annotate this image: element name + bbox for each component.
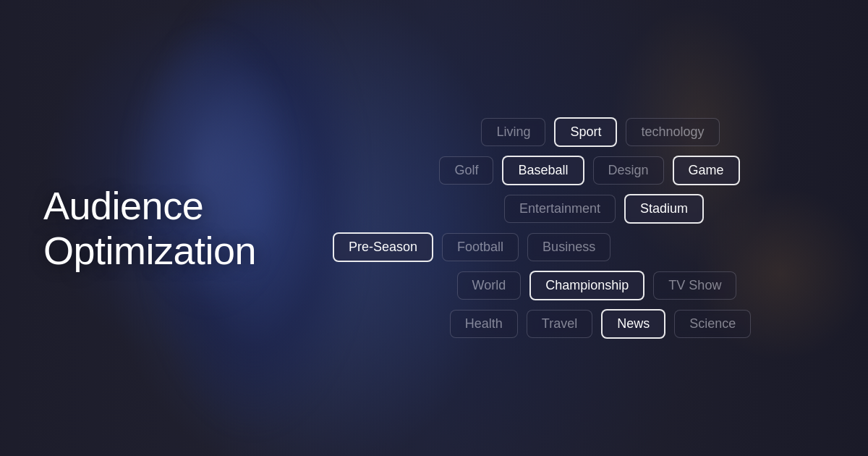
tag-travel[interactable]: Travel (527, 310, 592, 338)
tag-health[interactable]: Health (450, 310, 518, 338)
tag-business[interactable]: Business (527, 233, 610, 261)
tag-row-2: Golf Baseball Design Game (340, 156, 839, 185)
tag-row-4: Pre-Season Football Business (333, 232, 839, 262)
title-line2: Optimization (43, 229, 256, 272)
tag-row-5: World Championship TV Show (354, 271, 839, 300)
tag-pre-season[interactable]: Pre-Season (333, 232, 433, 262)
page-title: Audience Optimization (43, 183, 304, 273)
tag-entertainment[interactable]: Entertainment (504, 195, 616, 223)
tag-football[interactable]: Football (442, 233, 519, 261)
tag-tv-show[interactable]: TV Show (653, 271, 736, 300)
tag-design[interactable]: Design (593, 156, 664, 185)
tag-game[interactable]: Game (673, 156, 740, 185)
tag-news[interactable]: News (601, 309, 665, 339)
tag-science[interactable]: Science (674, 310, 751, 338)
tag-technology[interactable]: technology (626, 118, 719, 146)
tag-golf[interactable]: Golf (439, 156, 493, 185)
tag-stadium[interactable]: Stadium (624, 194, 704, 224)
tag-row-1: Living Sport technology (362, 117, 839, 147)
tag-championship[interactable]: Championship (529, 271, 644, 300)
tag-living[interactable]: Living (481, 118, 545, 146)
tag-baseball[interactable]: Baseball (502, 156, 584, 185)
tags-area: Living Sport technology Golf Baseball De… (304, 117, 868, 339)
title-line1: Audience (43, 184, 203, 227)
content-area: Audience Optimization Living Sport techn… (0, 0, 868, 456)
title-area: Audience Optimization (0, 183, 304, 273)
tag-sport[interactable]: Sport (554, 117, 617, 147)
tag-world[interactable]: World (457, 271, 522, 300)
tag-row-6: Health Travel News Science (362, 309, 839, 339)
tag-row-3: Entertainment Stadium (369, 194, 839, 224)
